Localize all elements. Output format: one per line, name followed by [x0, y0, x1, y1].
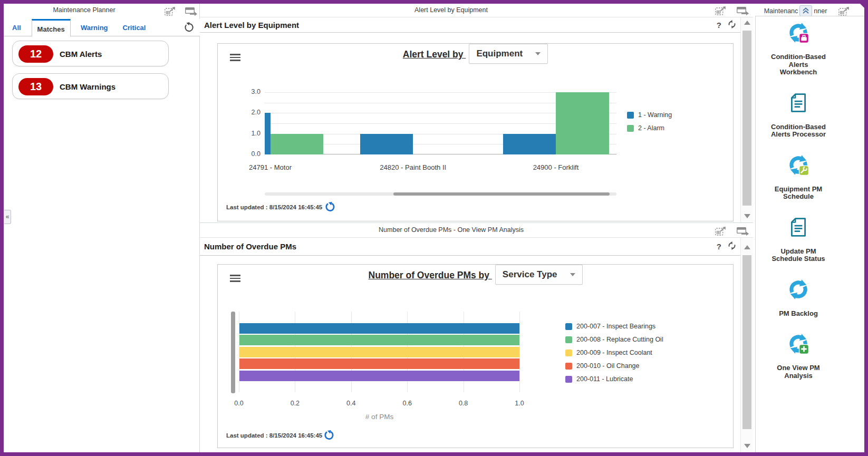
- group-by-dropdown[interactable]: Equipment: [469, 44, 548, 64]
- y-tick-label: 3.0: [234, 88, 261, 95]
- refresh-icon[interactable]: [728, 241, 736, 251]
- x-tick-label: 1.0: [504, 400, 535, 407]
- bar-2 - Alarm[interactable]: [271, 134, 324, 154]
- popout-icon[interactable]: [715, 227, 727, 238]
- sidebar-item-one-view-pm-analysis[interactable]: One View PM Analysis: [777, 333, 819, 380]
- tab-critical[interactable]: Critical: [117, 20, 151, 36]
- chevron-down-icon: [535, 52, 541, 55]
- quick-links: Condition-Based Alerts WorkbenchConditio…: [755, 16, 864, 452]
- legend-label: 200-007 - Inspect Bearings: [576, 323, 655, 330]
- group-by-value: Equipment: [476, 48, 523, 59]
- legend-item[interactable]: 1 - Warning: [627, 111, 672, 119]
- scrollbar-thumb[interactable]: [742, 31, 751, 206]
- card-label: CBM Alerts: [60, 50, 102, 59]
- legend-item[interactable]: 200-008 - Replace Cutting Oil: [565, 336, 663, 343]
- export-form-icon[interactable]: [185, 7, 197, 18]
- panel1-window-titlebar: Alert Level by Equipment: [200, 4, 753, 17]
- bar-200-010 - Oil Change[interactable]: [239, 358, 519, 369]
- plot-area: [265, 92, 616, 154]
- bar-1 - Warning[interactable]: [503, 134, 556, 154]
- chart-title-row: Alert Level by Equipment: [218, 44, 733, 64]
- cycle-plus-icon: [787, 333, 809, 357]
- y-tick-label: 1.0: [234, 130, 261, 137]
- refresh-chart-icon[interactable]: [325, 202, 335, 215]
- center-panels: Alert Level by Equipment Alert Level by …: [200, 4, 753, 452]
- tab-all[interactable]: All: [7, 20, 26, 36]
- bar-2 - Alarm[interactable]: [556, 92, 609, 154]
- refresh-chart-icon[interactable]: [324, 430, 334, 443]
- legend-swatch: [565, 323, 572, 330]
- legend-label: 200-010 - Oil Change: [576, 362, 640, 370]
- cycle-wrench-icon: [787, 154, 809, 178]
- popout-icon[interactable]: [715, 6, 727, 17]
- tab-warning[interactable]: Warning: [75, 20, 113, 36]
- left-panel: Maintenance Planner AllMatchesWarningCri…: [4, 4, 200, 452]
- x-axis-title: # of PMs: [348, 413, 411, 421]
- help-icon[interactable]: ?: [717, 21, 721, 30]
- chevron-down-icon: [570, 273, 575, 276]
- bar-1 - Warning[interactable]: [265, 113, 271, 154]
- scroll-down-icon[interactable]: [744, 214, 750, 218]
- panel1: Alert Level by Equipment ? Alert Level b…: [200, 17, 753, 223]
- collapse-up-button[interactable]: [799, 5, 812, 16]
- sidebar-item-condition-based-alerts-processor[interactable]: Condition-Based Alerts Processor: [771, 92, 826, 139]
- export-form-icon[interactable]: [737, 6, 749, 17]
- document-icon: [787, 92, 809, 116]
- count-badge: 12: [18, 45, 53, 63]
- panel2-header-title: Number of Overdue PMs: [204, 242, 296, 251]
- legend-label: 200-008 - Replace Cutting Oil: [576, 336, 663, 343]
- legend-swatch: [565, 376, 572, 383]
- cycle-briefcase-icon: [787, 22, 809, 46]
- left-panel-titlebar: Maintenance Planner: [4, 4, 199, 17]
- bar-200-008 - Replace Cutting Oil[interactable]: [239, 335, 519, 345]
- legend-item[interactable]: 200-010 - Oil Change: [565, 362, 640, 370]
- sidebar-item-label: One View PM Analysis: [777, 364, 819, 380]
- cbm-card-1[interactable]: 13CBM Warnings: [12, 73, 169, 99]
- export-form-icon[interactable]: [737, 227, 749, 238]
- sidebar-item-condition-based-alerts-workbench[interactable]: Condition-Based Alerts Workbench: [771, 22, 826, 76]
- panel1-header-title: Alert Level by Equipment: [204, 21, 299, 30]
- legend-item[interactable]: 200-009 - Inspect Coolant: [565, 349, 652, 356]
- legend-item[interactable]: 200-011 - Lubricate: [565, 375, 633, 383]
- sidebar-item-label: Condition-Based Alerts Processor: [771, 123, 826, 139]
- bar-200-009 - Inspect Coolant[interactable]: [239, 347, 519, 357]
- bar-1 - Warning[interactable]: [360, 134, 413, 154]
- legend-item[interactable]: 2 - Alarm: [627, 124, 664, 132]
- legend-item[interactable]: 200-007 - Inspect Bearings: [565, 323, 655, 330]
- scroll-up-icon[interactable]: [744, 245, 750, 249]
- sidebar-item-update-pm-schedule-status[interactable]: Update PM Schedule Status: [771, 216, 825, 263]
- scroll-down-icon[interactable]: [744, 444, 750, 448]
- group-by-dropdown[interactable]: Service Type: [495, 265, 583, 285]
- collapse-left-panel-handle[interactable]: «: [4, 210, 11, 224]
- scrollbar-thumb[interactable]: [742, 255, 751, 429]
- bar-200-011 - Lubricate[interactable]: [239, 371, 519, 381]
- panel1-window-title: Alert Level by Equipment: [200, 6, 702, 14]
- count-badge: 13: [18, 78, 53, 95]
- panel2-scrollbar[interactable]: [740, 238, 753, 452]
- refresh-icon[interactable]: [728, 20, 736, 30]
- cbm-card-0[interactable]: 12CBM Alerts: [12, 41, 169, 66]
- help-icon[interactable]: ?: [717, 242, 721, 251]
- overdue-pms-chart-card: Number of Overdue PMs by Service Type0.0…: [217, 264, 734, 448]
- category-label: 24900 - Forklift: [498, 163, 614, 171]
- x-tick-label: 0.0: [223, 400, 255, 407]
- panel1-scrollbar[interactable]: [740, 17, 753, 222]
- x-tick-label: 0.6: [391, 400, 423, 407]
- legend-swatch: [565, 336, 572, 343]
- x-tick-label: 0.8: [448, 400, 479, 407]
- popout-icon[interactable]: [165, 7, 177, 18]
- tab-matches[interactable]: Matches: [32, 19, 71, 37]
- app-window: Maintenance Planner AllMatchesWarningCri…: [4, 4, 864, 452]
- sidebar-item-pm-backlog[interactable]: PM Backlog: [779, 278, 818, 318]
- legend-label: 200-009 - Inspect Coolant: [576, 349, 652, 356]
- left-panel-title: Maintenance Planner: [4, 6, 165, 14]
- scroll-up-icon[interactable]: [744, 21, 750, 25]
- sidebar-item-equipment-pm-schedule[interactable]: Equipment PM Schedule: [775, 154, 822, 201]
- sidebar-item-label: Equipment PM Schedule: [775, 186, 822, 201]
- legend-swatch: [565, 363, 572, 370]
- chart-vscrollbar-thumb[interactable]: [231, 312, 235, 393]
- tabs-refresh-icon[interactable]: [184, 22, 195, 35]
- chart-hscrollbar[interactable]: [265, 192, 616, 196]
- bar-200-007 - Inspect Bearings[interactable]: [239, 323, 519, 334]
- chart-hscrollbar-thumb[interactable]: [393, 192, 610, 196]
